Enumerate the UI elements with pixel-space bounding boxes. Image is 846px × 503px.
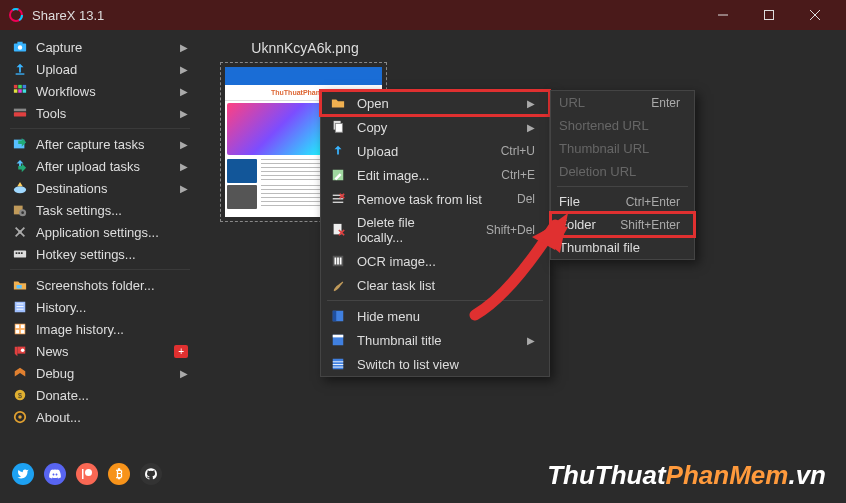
menu-item-edit-image[interactable]: Edit image...Ctrl+E [321, 163, 549, 187]
svg-rect-17 [14, 109, 26, 112]
menu-item-shortened-url: Shortened URL [551, 114, 694, 137]
submenu-arrow-icon: ▶ [527, 122, 535, 133]
menu-item-label: URL [559, 95, 627, 110]
menu-item-label: File [559, 194, 602, 209]
menu-shortcut: Ctrl+Enter [626, 195, 680, 209]
submenu-arrow-icon: ▶ [180, 86, 188, 97]
close-button[interactable] [792, 0, 838, 30]
svg-rect-69 [82, 469, 84, 479]
svg-rect-44 [335, 124, 342, 133]
menu-item-url: URLEnter [551, 91, 694, 114]
sidebar-item-debug[interactable]: Debug▶ [0, 362, 200, 384]
menu-item-label: Upload [357, 144, 477, 159]
svg-point-8 [18, 45, 22, 49]
patreon-icon[interactable] [76, 463, 98, 485]
sidebar-item-label: Hotkey settings... [36, 247, 188, 262]
menu-item-delete-file-locally[interactable]: Delete file locally...Shift+Del [321, 211, 549, 249]
maximize-button[interactable] [746, 0, 792, 30]
svg-rect-59 [333, 311, 337, 322]
sidebar-item-donate[interactable]: $Donate... [0, 384, 200, 406]
menu-item-thumbnail-file[interactable]: Thumbnail file [551, 236, 694, 259]
menu-item-label: Shortened URL [559, 118, 680, 133]
after-capture-tasks-icon [12, 136, 28, 152]
sidebar: Capture▶Upload▶Workflows▶Tools▶After cap… [0, 30, 200, 503]
minimize-button[interactable] [700, 0, 746, 30]
discord-icon[interactable] [44, 463, 66, 485]
thumbnail-title-icon [329, 332, 347, 348]
svg-rect-55 [335, 258, 337, 265]
tools-icon [12, 105, 28, 121]
sidebar-item-label: About... [36, 410, 188, 425]
menu-item-remove-task-from-list[interactable]: Remove task from listDel [321, 187, 549, 211]
svg-point-42 [18, 415, 22, 419]
sidebar-item-news[interactable]: News+ [0, 340, 200, 362]
window-title: ShareX 13.1 [32, 8, 700, 23]
github-icon[interactable] [140, 463, 162, 485]
sidebar-item-workflows[interactable]: Workflows▶ [0, 80, 200, 102]
sidebar-item-upload[interactable]: Upload▶ [0, 58, 200, 80]
sidebar-item-task-settings[interactable]: Task settings... [0, 199, 200, 221]
svg-rect-15 [23, 89, 27, 93]
svg-rect-28 [17, 285, 22, 289]
upload-icon [12, 61, 28, 77]
menu-item-label: Switch to list view [357, 357, 535, 372]
submenu-arrow-icon: ▶ [180, 183, 188, 194]
menu-item-folder[interactable]: FolderShift+Enter [551, 213, 694, 236]
menu-shortcut: Shift+Enter [620, 218, 680, 232]
menu-item-label: OCR image... [357, 254, 535, 269]
sidebar-item-tools[interactable]: Tools▶ [0, 102, 200, 124]
delete-file-locally-icon [329, 222, 347, 238]
edit-image-icon [329, 167, 347, 183]
ocr-image-icon [329, 253, 347, 269]
menu-item-file[interactable]: FileCtrl+Enter [551, 190, 694, 213]
sidebar-item-label: Workflows [36, 84, 180, 99]
submenu-arrow-icon: ▶ [180, 42, 188, 53]
svg-rect-7 [17, 42, 22, 45]
open-submenu[interactable]: URLEnterShortened URLThumbnail URLDeleti… [550, 90, 695, 260]
sidebar-item-after-upload-tasks[interactable]: After upload tasks▶ [0, 155, 200, 177]
submenu-arrow-icon: ▶ [180, 161, 188, 172]
sidebar-item-history[interactable]: History... [0, 296, 200, 318]
svg-rect-64 [333, 364, 344, 365]
menu-item-label: Copy [357, 120, 503, 135]
submenu-arrow-icon: ▶ [527, 335, 535, 346]
svg-point-22 [21, 211, 24, 214]
debug-icon [12, 365, 28, 381]
submenu-arrow-icon: ▶ [527, 98, 535, 109]
menu-item-ocr-image[interactable]: OCR image... [321, 249, 549, 273]
hotkey-settings-icon [12, 246, 28, 262]
menu-item-label: Open [357, 96, 503, 111]
menu-item-label: Deletion URL [559, 164, 680, 179]
bitcoin-icon[interactable]: ₿ [108, 463, 130, 485]
menu-item-switch-to-list-view[interactable]: Switch to list view [321, 352, 549, 376]
menu-item-thumbnail-title[interactable]: Thumbnail title▶ [321, 328, 549, 352]
menu-item-upload[interactable]: UploadCtrl+U [321, 139, 549, 163]
menu-item-thumbnail-url: Thumbnail URL [551, 137, 694, 160]
context-menu[interactable]: Open▶Copy▶UploadCtrl+UEdit image...Ctrl+… [320, 90, 550, 377]
sidebar-item-image-history[interactable]: Image history... [0, 318, 200, 340]
twitter-icon[interactable] [12, 463, 34, 485]
news-icon [12, 343, 28, 359]
menu-item-open[interactable]: Open▶ [321, 91, 549, 115]
sidebar-item-screenshots-folder[interactable]: Screenshots folder... [0, 274, 200, 296]
menu-item-clear-task-list[interactable]: Clear task list [321, 273, 549, 297]
svg-rect-56 [337, 258, 339, 265]
sidebar-item-about[interactable]: About... [0, 406, 200, 428]
sidebar-item-capture[interactable]: Capture▶ [0, 36, 200, 58]
sidebar-item-application-settings[interactable]: Application settings... [0, 221, 200, 243]
svg-rect-12 [23, 85, 27, 89]
hide-menu-icon [329, 308, 347, 324]
open-icon [329, 95, 347, 111]
sidebar-item-label: History... [36, 300, 188, 315]
donate-icon: $ [12, 387, 28, 403]
menu-item-hide-menu[interactable]: Hide menu [321, 304, 549, 328]
task-settings-icon [12, 202, 28, 218]
submenu-arrow-icon: ▶ [180, 368, 188, 379]
sidebar-item-after-capture-tasks[interactable]: After capture tasks▶ [0, 133, 200, 155]
svg-rect-10 [14, 85, 18, 89]
menu-shortcut: Shift+Del [486, 223, 535, 237]
sidebar-item-destinations[interactable]: Destinations▶ [0, 177, 200, 199]
menu-item-copy[interactable]: Copy▶ [321, 115, 549, 139]
sidebar-item-hotkey-settings[interactable]: Hotkey settings... [0, 243, 200, 265]
svg-rect-13 [14, 89, 18, 93]
